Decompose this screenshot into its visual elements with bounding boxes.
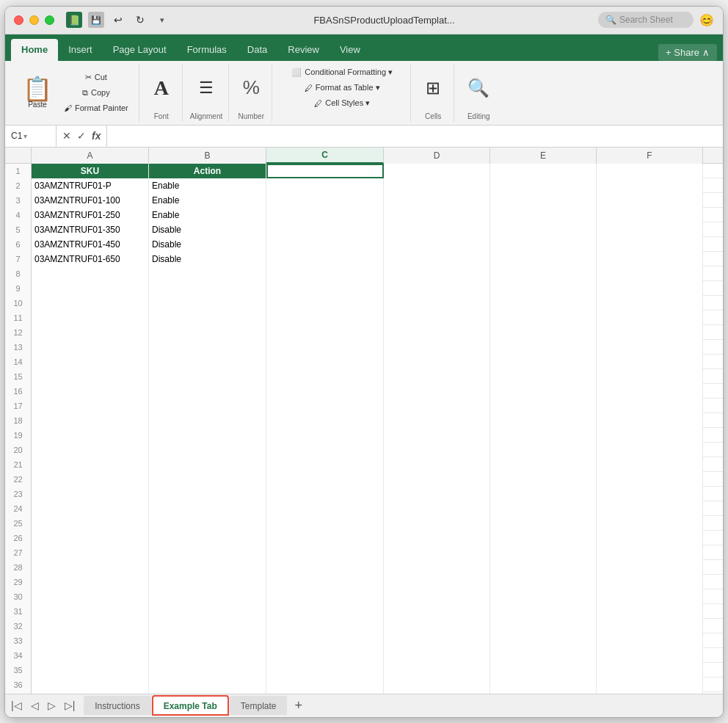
cell-d10[interactable]	[384, 296, 490, 310]
cell-d28[interactable]	[384, 560, 490, 575]
cell-c2[interactable]	[266, 178, 384, 193]
cell-b26[interactable]	[149, 531, 266, 545]
format-painter-button[interactable]: 🖌 Format Painter	[59, 101, 133, 115]
cell-d6[interactable]	[384, 237, 490, 252]
cell-a10[interactable]	[32, 296, 149, 310]
cell-f3[interactable]	[597, 193, 703, 208]
cell-c12[interactable]	[266, 325, 384, 340]
cell-f27[interactable]	[597, 545, 703, 560]
cell-reference-box[interactable]: C1 ▾	[5, 126, 57, 147]
cell-a2[interactable]: 03AMZNTRUF01-P	[32, 178, 149, 193]
cell-f25[interactable]	[597, 516, 703, 531]
save-icon[interactable]: 💾	[88, 12, 104, 28]
cell-f23[interactable]	[597, 487, 703, 501]
cell-c7[interactable]	[266, 252, 384, 266]
cell-e25[interactable]	[490, 516, 597, 531]
cell-f14[interactable]	[597, 355, 703, 369]
cell-b28[interactable]	[149, 560, 266, 575]
editing-button[interactable]: 🔍	[462, 66, 495, 110]
cell-c21[interactable]	[266, 457, 384, 472]
cell-c26[interactable]	[266, 531, 384, 545]
cell-e17[interactable]	[490, 399, 597, 413]
cell-e28[interactable]	[490, 560, 597, 575]
cell-a13[interactable]	[32, 340, 149, 355]
number-button[interactable]: %	[236, 66, 266, 110]
cell-c30[interactable]	[266, 589, 384, 604]
cell-a26[interactable]	[32, 531, 149, 545]
profile-icon[interactable]: 😊	[699, 13, 714, 27]
sheet-nav-right[interactable]: ▷	[45, 698, 59, 713]
cell-b10[interactable]	[149, 296, 266, 310]
cell-d25[interactable]	[384, 516, 490, 531]
cell-f34[interactable]	[597, 648, 703, 663]
tab-instructions[interactable]: Instructions	[84, 696, 150, 715]
cell-d13[interactable]	[384, 340, 490, 355]
tab-home[interactable]: Home	[11, 39, 58, 61]
cell-c33[interactable]	[266, 633, 384, 648]
cell-f22[interactable]	[597, 472, 703, 487]
cell-f8[interactable]	[597, 266, 703, 281]
cell-e24[interactable]	[490, 501, 597, 516]
cell-c22[interactable]	[266, 472, 384, 487]
cell-e26[interactable]	[490, 531, 597, 545]
cell-c34[interactable]	[266, 648, 384, 663]
cell-d1[interactable]	[384, 164, 490, 178]
cell-e27[interactable]	[490, 545, 597, 560]
cell-a16[interactable]	[32, 384, 149, 399]
cell-f28[interactable]	[597, 560, 703, 575]
cell-e30[interactable]	[490, 589, 597, 604]
paste-button[interactable]: 📋 Paste	[17, 70, 58, 115]
cell-a32[interactable]	[32, 619, 149, 633]
cell-e18[interactable]	[490, 413, 597, 428]
cell-a17[interactable]	[32, 399, 149, 413]
cell-b11[interactable]	[149, 310, 266, 325]
cell-c31[interactable]	[266, 604, 384, 619]
cell-a28[interactable]	[32, 560, 149, 575]
cell-e12[interactable]	[490, 325, 597, 340]
cell-b14[interactable]	[149, 355, 266, 369]
sheet-nav-left-end[interactable]: |◁	[8, 698, 25, 713]
cell-f11[interactable]	[597, 310, 703, 325]
cell-f20[interactable]	[597, 443, 703, 457]
cell-f19[interactable]	[597, 428, 703, 443]
cell-b33[interactable]	[149, 633, 266, 648]
cell-b12[interactable]	[149, 325, 266, 340]
cell-b6[interactable]: Disable	[149, 237, 266, 252]
cell-c20[interactable]	[266, 443, 384, 457]
cell-f1[interactable]	[597, 164, 703, 178]
cell-a14[interactable]	[32, 355, 149, 369]
cell-e34[interactable]	[490, 648, 597, 663]
cell-e16[interactable]	[490, 384, 597, 399]
cell-e19[interactable]	[490, 428, 597, 443]
cell-a5[interactable]: 03AMZNTRUF01-350	[32, 222, 149, 237]
cell-b34[interactable]	[149, 648, 266, 663]
cell-c8[interactable]	[266, 266, 384, 281]
tab-template[interactable]: Template	[230, 696, 288, 715]
cell-e15[interactable]	[490, 369, 597, 384]
cell-e6[interactable]	[490, 237, 597, 252]
cell-e14[interactable]	[490, 355, 597, 369]
cell-f17[interactable]	[597, 399, 703, 413]
cell-b31[interactable]	[149, 604, 266, 619]
cell-d17[interactable]	[384, 399, 490, 413]
cells-button[interactable]: ⊞	[418, 66, 448, 110]
cell-b2[interactable]: Enable	[149, 178, 266, 193]
cell-a21[interactable]	[32, 457, 149, 472]
cell-c6[interactable]	[266, 237, 384, 252]
cell-c10[interactable]	[266, 296, 384, 310]
cell-d34[interactable]	[384, 648, 490, 663]
cell-a3[interactable]: 03AMZNTRUF01-100	[32, 193, 149, 208]
cell-d14[interactable]	[384, 355, 490, 369]
cell-c19[interactable]	[266, 428, 384, 443]
cell-b30[interactable]	[149, 589, 266, 604]
cell-f21[interactable]	[597, 457, 703, 472]
cell-d21[interactable]	[384, 457, 490, 472]
cell-a12[interactable]	[32, 325, 149, 340]
cell-f9[interactable]	[597, 281, 703, 296]
cell-d23[interactable]	[384, 487, 490, 501]
cell-e23[interactable]	[490, 487, 597, 501]
cell-f7[interactable]	[597, 252, 703, 266]
cell-b36[interactable]	[149, 677, 266, 692]
cut-button[interactable]: ✂ Cut	[59, 70, 133, 84]
cell-e8[interactable]	[490, 266, 597, 281]
